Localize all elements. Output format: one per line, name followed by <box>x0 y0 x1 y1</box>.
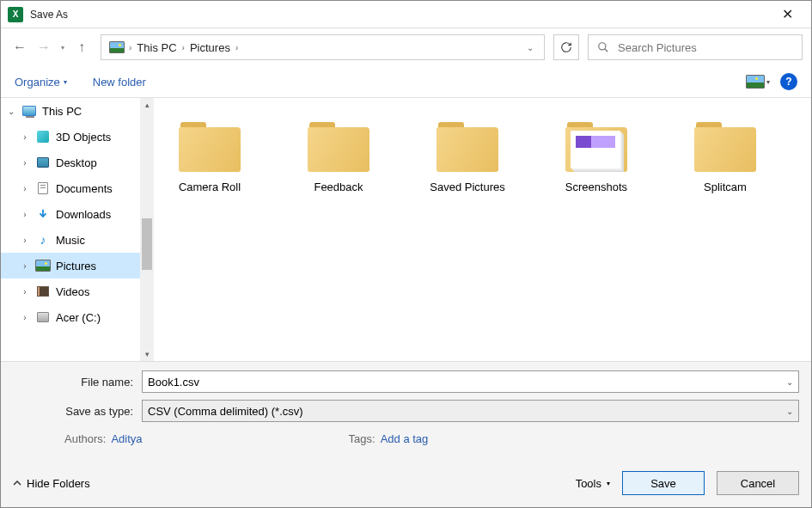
music-icon: ♪ <box>35 232 51 248</box>
address-dropdown[interactable]: ⌄ <box>520 43 540 52</box>
help-button[interactable]: ? <box>780 73 797 90</box>
views-button[interactable]: ▾ <box>746 75 770 89</box>
search-input[interactable] <box>618 41 793 54</box>
scroll-up-icon[interactable]: ▴ <box>140 98 154 112</box>
chevron-down-icon[interactable]: ⌄ <box>786 377 793 387</box>
refresh-button[interactable] <box>553 34 579 60</box>
tree-this-pc[interactable]: ⌄ This PC <box>1 98 154 124</box>
organize-menu[interactable]: Organize▾ <box>15 76 67 89</box>
nav-tree: ⌄ This PC ›3D Objects ›Desktop ›Document… <box>1 98 154 361</box>
chevron-down-icon[interactable]: ⌄ <box>786 407 793 416</box>
chevron-right-icon[interactable]: › <box>20 132 30 142</box>
tree-scrollbar[interactable]: ▴ ▾ <box>140 98 154 361</box>
back-button[interactable]: ← <box>9 37 30 58</box>
scroll-down-icon[interactable]: ▾ <box>140 347 154 361</box>
download-icon <box>35 206 51 222</box>
chevron-right-icon[interactable]: › <box>20 287 30 297</box>
pictures-icon <box>35 260 51 272</box>
crumb-pictures[interactable]: Pictures <box>185 41 235 54</box>
cancel-button[interactable]: Cancel <box>717 471 799 495</box>
scroll-thumb[interactable] <box>142 218 152 270</box>
chevron-right-icon[interactable]: › <box>235 43 238 52</box>
hide-folders-button[interactable]: Hide Folders <box>13 477 90 490</box>
folder-icon <box>691 115 760 175</box>
excel-icon: X <box>8 7 23 22</box>
chevron-right-icon[interactable]: › <box>20 261 30 271</box>
folder-icon <box>433 115 502 175</box>
search-icon <box>597 41 609 53</box>
file-list[interactable]: Camera Roll Feedback Saved Pictures Scre… <box>154 98 811 361</box>
objects-icon <box>37 131 49 143</box>
type-label: Save as type: <box>13 405 133 418</box>
command-bar: Organize▾ New folder ▾ ? <box>1 66 811 97</box>
desktop-icon <box>37 157 49 168</box>
form-panel: File name: Book1.csv⌄ Save as type: CSV … <box>1 361 811 507</box>
chevron-right-icon[interactable]: › <box>20 210 30 219</box>
chevron-right-icon[interactable]: › <box>20 236 30 245</box>
chevron-right-icon[interactable]: › <box>20 184 30 193</box>
forward-button[interactable]: → <box>34 37 54 58</box>
tools-menu[interactable]: Tools▾ <box>576 477 610 490</box>
history-dropdown[interactable]: ▾ <box>58 44 68 52</box>
filename-label: File name: <box>13 376 133 389</box>
tree-videos[interactable]: ›Videos <box>1 278 154 304</box>
document-icon <box>38 182 48 194</box>
pc-icon <box>22 106 36 116</box>
nav-toolbar: ← → ▾ ↑ › This PC › Pictures › ⌄ <box>1 28 811 66</box>
save-button[interactable]: Save <box>622 471 705 495</box>
video-icon <box>37 286 49 297</box>
new-folder-button[interactable]: New folder <box>93 76 146 89</box>
chevron-up-icon <box>13 479 21 487</box>
folder-icon <box>304 115 373 175</box>
disk-icon <box>37 312 49 322</box>
main-area: ⌄ This PC ›3D Objects ›Desktop ›Document… <box>1 97 811 361</box>
folder-icon <box>175 115 244 175</box>
folder-screenshots[interactable]: Screenshots <box>549 115 644 193</box>
search-box[interactable] <box>588 34 803 60</box>
tree-pictures[interactable]: ›Pictures <box>1 253 154 278</box>
tags-label: Tags: <box>349 432 375 445</box>
svg-point-0 <box>599 43 606 50</box>
folder-saved-pictures[interactable]: Saved Pictures <box>420 115 515 193</box>
chevron-right-icon[interactable]: › <box>20 158 30 168</box>
pictures-icon <box>108 40 125 55</box>
folder-icon <box>562 115 631 175</box>
folder-feedback[interactable]: Feedback <box>291 115 386 193</box>
chevron-down-icon[interactable]: ⌄ <box>6 107 16 116</box>
type-dropdown[interactable]: CSV (Comma delimited) (*.csv)⌄ <box>142 400 799 422</box>
address-bar[interactable]: › This PC › Pictures › ⌄ <box>101 34 545 60</box>
save-as-dialog: X Save As ✕ ← → ▾ ↑ › This PC › Pictures… <box>0 0 812 508</box>
authors-field[interactable]: Aditya <box>111 432 142 445</box>
svg-line-1 <box>605 49 608 52</box>
chevron-right-icon[interactable]: › <box>20 313 30 322</box>
tree-documents[interactable]: ›Documents <box>1 175 154 201</box>
authors-label: Authors: <box>64 432 106 445</box>
filename-input[interactable]: Book1.csv⌄ <box>142 370 799 393</box>
window-title: Save As <box>30 9 68 21</box>
tree-music[interactable]: ›♪Music <box>1 227 154 253</box>
titlebar: X Save As ✕ <box>1 1 811 28</box>
crumb-this-pc[interactable]: This PC <box>131 41 181 54</box>
folder-splitcam[interactable]: Splitcam <box>678 115 772 193</box>
tree-downloads[interactable]: ›Downloads <box>1 201 154 227</box>
tree-3d-objects[interactable]: ›3D Objects <box>1 124 154 150</box>
tree-desktop[interactable]: ›Desktop <box>1 150 154 175</box>
tags-field[interactable]: Add a tag <box>381 432 429 445</box>
up-button[interactable]: ↑ <box>71 37 92 58</box>
folder-camera-roll[interactable]: Camera Roll <box>162 115 257 193</box>
tree-acer-c[interactable]: ›Acer (C:) <box>1 304 154 330</box>
close-button[interactable]: ✕ <box>770 6 804 22</box>
